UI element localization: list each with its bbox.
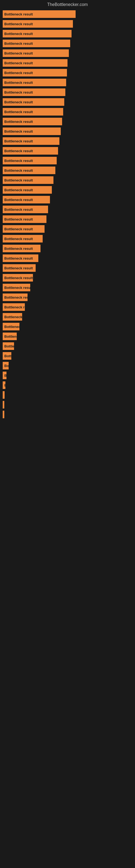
bar-label-30: Bottleneck result	[4, 305, 25, 309]
bars-container: Bottleneck resultBottleneck resultBottle…	[0, 10, 135, 421]
bar-1: Bottleneck result	[3, 20, 73, 28]
bar-label-37: B	[4, 373, 6, 378]
bar-21: Bottleneck result	[3, 215, 46, 223]
bar-row: Bottleneck result	[3, 118, 132, 125]
bar-row: Bottleneck result	[3, 293, 132, 301]
bar-row: Bottleneck result	[3, 166, 132, 174]
bar-label-3: Bottleneck result	[4, 41, 33, 45]
bar-31: Bottleneck result	[3, 313, 22, 321]
bar-label-23: Bottleneck result	[4, 237, 33, 241]
bar-row: Bottleneck result	[3, 215, 132, 223]
bar-label-19: Bottleneck result	[4, 198, 33, 202]
bar-9: Bottleneck result	[3, 98, 64, 106]
bar-label-35: Bott	[4, 354, 11, 358]
bar-36: Bo	[3, 362, 9, 369]
bar-28: Bottleneck result	[3, 284, 30, 291]
bar-row: Bottleneck result	[3, 303, 132, 311]
bar-22: Bottleneck result	[3, 225, 45, 233]
bar-label-11: Bottleneck result	[4, 120, 33, 124]
bar-label-32: Bottleneck result	[4, 325, 19, 329]
bar-34: Bottle	[3, 342, 14, 350]
bar-35: Bott	[3, 352, 11, 360]
bar-label-33: Bottleneck result	[4, 335, 17, 339]
bar-row: Bottleneck result	[3, 59, 132, 67]
bar-row: Bottleneck result	[3, 50, 132, 57]
bar-row: Bottleneck result	[3, 274, 132, 282]
bar-26: Bottleneck result	[3, 264, 36, 272]
bar-14: Bottleneck result	[3, 147, 58, 155]
bar-24: Bottleneck result	[3, 245, 41, 252]
bar-label-31: Bottleneck result	[4, 315, 22, 319]
bar-label-14: Bottleneck result	[4, 149, 33, 153]
bar-30: Bottleneck result	[3, 303, 25, 311]
bar-row: Bottleneck result	[3, 127, 132, 135]
bar-11: Bottleneck result	[3, 118, 62, 125]
bar-label-5: Bottleneck result	[4, 61, 33, 65]
bar-label-21: Bottleneck result	[4, 217, 33, 221]
site-title: TheBottlenecker.com	[0, 0, 135, 10]
bar-12: Bottleneck result	[3, 127, 61, 135]
bar-19: Bottleneck result	[3, 196, 50, 204]
bar-row: Bottleneck result	[3, 40, 132, 47]
bar-label-34: Bottle	[4, 344, 14, 348]
bar-label-8: Bottleneck result	[4, 90, 33, 94]
bar-label-27: Bottleneck result	[4, 276, 33, 280]
bar-row: Bott	[3, 352, 132, 360]
bar-row: Bottleneck result	[3, 137, 132, 145]
bar-label-25: Bottleneck result	[4, 256, 33, 260]
bar-label-1: Bottleneck result	[4, 22, 33, 26]
bar-label-36: Bo	[4, 364, 9, 368]
bar-row: B	[3, 381, 132, 389]
bar-32: Bottleneck result	[3, 323, 19, 330]
bar-label-0: Bottleneck result	[4, 12, 33, 16]
site-title-text: TheBottlenecker.com	[47, 2, 88, 7]
bar-label-10: Bottleneck result	[4, 110, 33, 114]
bar-row: Bottleneck result	[3, 196, 132, 204]
bar-15: Bottleneck result	[3, 157, 57, 164]
bar-8: Bottleneck result	[3, 88, 65, 96]
bar-16: Bottleneck result	[3, 166, 55, 174]
bar-row: Bottleneck result	[3, 147, 132, 155]
bar-0: Bottleneck result	[3, 10, 76, 18]
bar-41	[3, 411, 4, 418]
bar-row: Bottleneck result	[3, 69, 132, 76]
bar-7: Bottleneck result	[3, 79, 66, 86]
bar-2: Bottleneck result	[3, 30, 72, 37]
bar-label-13: Bottleneck result	[4, 139, 33, 143]
bar-label-7: Bottleneck result	[4, 81, 33, 85]
bar-row: Bottleneck result	[3, 98, 132, 106]
bar-39	[3, 391, 5, 399]
bar-row: Bottleneck result	[3, 157, 132, 164]
bar-label-38: B	[4, 383, 5, 388]
bar-row: Bottle	[3, 342, 132, 350]
bar-label-9: Bottleneck result	[4, 100, 33, 104]
bar-row: Bottleneck result	[3, 186, 132, 194]
bar-label-29: Bottleneck result	[4, 296, 28, 300]
bar-label-6: Bottleneck result	[4, 71, 33, 75]
bar-18: Bottleneck result	[3, 186, 52, 194]
bar-25: Bottleneck result	[3, 254, 38, 262]
bar-17: Bottleneck result	[3, 176, 53, 184]
bar-label-20: Bottleneck result	[4, 208, 33, 212]
bar-13: Bottleneck result	[3, 137, 59, 145]
bar-row: Bo	[3, 362, 132, 369]
bar-23: Bottleneck result	[3, 235, 43, 243]
bar-row: B	[3, 372, 132, 379]
bar-row: Bottleneck result	[3, 333, 132, 340]
bar-row: Bottleneck result	[3, 20, 132, 28]
bar-label-28: Bottleneck result	[4, 286, 30, 290]
bar-row	[3, 411, 132, 418]
bar-row: Bottleneck result	[3, 284, 132, 291]
bar-40	[3, 401, 4, 408]
bar-label-4: Bottleneck result	[4, 51, 33, 55]
bar-3: Bottleneck result	[3, 40, 70, 47]
bar-row: Bottleneck result	[3, 176, 132, 184]
bar-5: Bottleneck result	[3, 59, 68, 67]
bar-38: B	[3, 381, 5, 389]
bar-label-17: Bottleneck result	[4, 178, 33, 182]
bar-37: B	[3, 372, 6, 379]
bar-label-18: Bottleneck result	[4, 188, 33, 192]
bar-row: Bottleneck result	[3, 245, 132, 252]
bar-29: Bottleneck result	[3, 293, 28, 301]
bar-row: Bottleneck result	[3, 254, 132, 262]
